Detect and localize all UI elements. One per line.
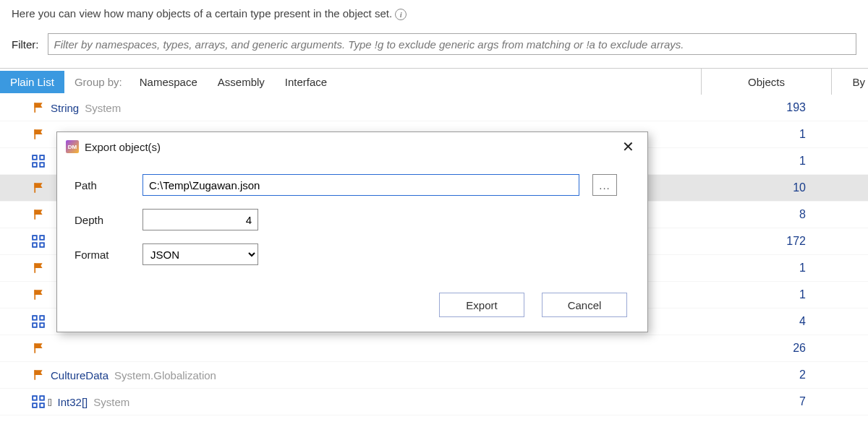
- svg-rect-1: [34, 129, 35, 139]
- path-input[interactable]: [142, 174, 579, 196]
- array-badge-icon: []: [48, 398, 52, 406]
- column-bytes[interactable]: By: [832, 69, 868, 95]
- objects-count: 2: [702, 368, 832, 381]
- svg-rect-23: [40, 403, 44, 407]
- tab-namespace[interactable]: Namespace: [129, 71, 208, 93]
- namespace-name: System.Globalization: [114, 369, 216, 381]
- export-dialog: DM Export object(s) ✕ Path ... Depth For…: [56, 131, 648, 332]
- objects-count: 193: [702, 101, 832, 114]
- objects-count: 26: [702, 342, 832, 355]
- class-icon: [32, 368, 45, 381]
- table-row[interactable]: StringSystem193: [0, 95, 868, 121]
- depth-label: Depth: [75, 214, 140, 226]
- dialog-title: Export object(s): [85, 141, 612, 153]
- svg-rect-19: [34, 370, 35, 380]
- svg-rect-6: [34, 183, 35, 193]
- depth-input[interactable]: [142, 209, 258, 230]
- objects-count: 1: [702, 288, 832, 301]
- class-icon: [32, 288, 45, 301]
- tab-interface[interactable]: Interface: [275, 71, 337, 93]
- browse-button[interactable]: ...: [592, 174, 617, 196]
- svg-rect-11: [40, 243, 44, 247]
- format-label: Format: [75, 249, 140, 261]
- class-icon: [32, 262, 45, 275]
- struct-icon: [32, 155, 45, 168]
- svg-rect-3: [40, 155, 44, 160]
- objects-count: 1: [702, 155, 832, 168]
- namespace-name: System: [85, 102, 121, 114]
- filter-label: Filter:: [12, 38, 39, 51]
- type-name: String: [51, 102, 79, 114]
- app-icon: DM: [66, 140, 79, 153]
- class-icon: [32, 128, 45, 141]
- namespace-name: System: [93, 396, 129, 408]
- svg-rect-21: [40, 396, 44, 400]
- objects-count: 8: [702, 208, 832, 221]
- svg-rect-17: [40, 323, 44, 327]
- type-name: CultureData: [51, 369, 109, 381]
- svg-rect-12: [34, 263, 35, 273]
- format-select[interactable]: JSON: [142, 243, 258, 265]
- column-objects[interactable]: Objects: [702, 69, 832, 95]
- table-row[interactable]: CultureDataSystem.Globalization2: [0, 362, 868, 389]
- svg-rect-18: [34, 343, 35, 353]
- class-icon: [32, 208, 45, 221]
- svg-rect-5: [40, 163, 44, 167]
- svg-rect-15: [40, 316, 44, 320]
- struct-icon: [32, 395, 45, 408]
- svg-rect-8: [33, 236, 37, 240]
- table-row[interactable]: 26: [0, 335, 868, 362]
- info-icon[interactable]: i: [395, 9, 407, 20]
- objects-count: 4: [702, 315, 832, 328]
- svg-rect-0: [34, 103, 35, 113]
- objects-count: 1: [702, 262, 832, 275]
- class-icon: [32, 342, 45, 355]
- class-icon: [32, 101, 45, 114]
- path-label: Path: [75, 179, 140, 191]
- objects-count: 1: [702, 128, 832, 141]
- svg-rect-14: [33, 316, 37, 320]
- close-icon[interactable]: ✕: [618, 138, 639, 155]
- svg-rect-2: [33, 155, 37, 160]
- svg-rect-13: [34, 290, 35, 300]
- type-name: Int32[]: [58, 396, 88, 408]
- group-by-label: Group by:: [64, 71, 129, 93]
- svg-rect-9: [40, 236, 44, 240]
- objects-count: 10: [702, 181, 832, 194]
- table-row[interactable]: []Int32[]System7: [0, 389, 868, 415]
- info-text: Here you can view how many objects of a …: [12, 7, 856, 20]
- struct-icon: [32, 315, 45, 328]
- tab-plain-list[interactable]: Plain List: [0, 71, 64, 93]
- svg-rect-20: [33, 396, 37, 400]
- filter-input[interactable]: [48, 33, 857, 55]
- struct-icon: [32, 235, 45, 248]
- export-button[interactable]: Export: [439, 293, 524, 317]
- svg-rect-4: [33, 163, 37, 167]
- cancel-button[interactable]: Cancel: [542, 293, 627, 317]
- svg-rect-22: [33, 403, 37, 407]
- svg-rect-10: [33, 243, 37, 247]
- objects-count: 172: [702, 235, 832, 248]
- svg-rect-7: [34, 210, 35, 220]
- table-header: Plain List Group by: Namespace Assembly …: [0, 69, 868, 95]
- svg-rect-16: [33, 323, 37, 327]
- objects-count: 7: [702, 395, 832, 408]
- class-icon: [32, 181, 45, 194]
- tab-assembly[interactable]: Assembly: [208, 71, 275, 93]
